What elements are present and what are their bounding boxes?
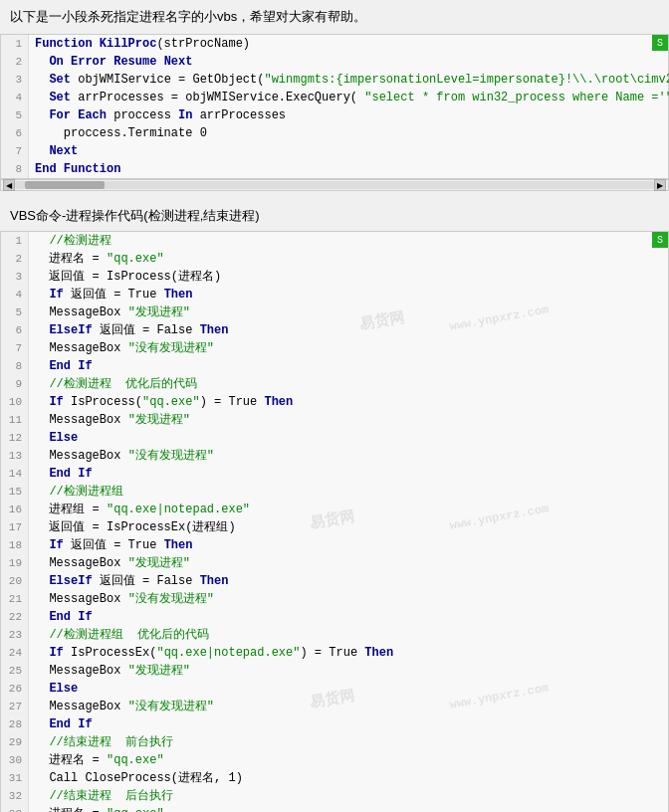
code-line: 19 MessageBox "发现进程" xyxy=(1,554,668,572)
code-block-2: S 易货网 www.ynpxrz.com 易货网 www.ynpxrz.com … xyxy=(0,231,669,812)
code-line: 24 If IsProcessEx("qq.exe|notepad.exe") … xyxy=(1,644,668,662)
code-section-2: S 易货网 www.ynpxrz.com 易货网 www.ynpxrz.com … xyxy=(0,231,669,812)
code-line: 6 proccess.Terminate 0 xyxy=(1,124,668,142)
code-line: 17 返回值 = IsProcessEx(进程组) xyxy=(1,518,668,536)
code-line: 26 Else xyxy=(1,680,668,698)
code-line: 32 //结束进程 后台执行 xyxy=(1,787,668,805)
code-line: 28 End If xyxy=(1,715,668,733)
code-line: 3 返回值 = IsProcess(进程名) xyxy=(1,268,668,286)
code-block-1: S 1 Function KillProc(strProcName) 2 On … xyxy=(0,34,669,179)
code-line: 2 进程名 = "qq.exe" xyxy=(1,250,668,268)
scrollbar-horizontal-1[interactable]: ◀ ▶ xyxy=(0,179,669,191)
code-line: 7 Next xyxy=(1,142,668,160)
green-indicator-2: S xyxy=(652,232,668,248)
code-line: 14 End If xyxy=(1,465,668,483)
code-line: 31 Call CloseProcess(进程名, 1) xyxy=(1,769,668,787)
code-line: 25 MessageBox "发现进程" xyxy=(1,662,668,680)
code-line: 1 Function KillProc(strProcName) xyxy=(1,35,668,53)
code-line: 29 //结束进程 前台执行 xyxy=(1,733,668,751)
code-line: 22 End If xyxy=(1,608,668,626)
code-line: 4 Set arrProcesses = objWMIService.ExecQ… xyxy=(1,89,668,106)
code-line: 18 If 返回值 = True Then xyxy=(1,536,668,554)
code-line: 4 If 返回值 = True Then xyxy=(1,286,668,304)
code-line: 23 //检测进程组 优化后的代码 xyxy=(1,626,668,644)
code-line: 10 If IsProcess("qq.exe") = True Then xyxy=(1,393,668,411)
code-line: 13 MessageBox "没有发现进程" xyxy=(1,447,668,465)
code-line: 11 MessageBox "发现进程" xyxy=(1,411,668,429)
scroll-right-1[interactable]: ▶ xyxy=(654,179,666,191)
code-line: 30 进程名 = "qq.exe" xyxy=(1,751,668,769)
green-indicator-1: S xyxy=(652,35,668,51)
code-line: 12 Else xyxy=(1,429,668,447)
code-section-1: S 1 Function KillProc(strProcName) 2 On … xyxy=(0,34,669,191)
code-line: 33 进程名 = "qq.exe" xyxy=(1,805,668,812)
code-line: 6 ElseIf 返回值 = False Then xyxy=(1,321,668,339)
code-line: 5 MessageBox "发现进程" xyxy=(1,304,668,321)
code-line: 5 For Each proccess In arrProcesses xyxy=(1,106,668,124)
code-line: 15 //检测进程组 xyxy=(1,483,668,501)
code-line: 27 MessageBox "没有发现进程" xyxy=(1,698,668,715)
section2-title: VBS命令-进程操作代码(检测进程,结束进程) xyxy=(0,201,669,231)
intro-text: 以下是一小段杀死指定进程名字的小vbs，希望对大家有帮助。 xyxy=(0,0,669,34)
code-line: 8 End Function xyxy=(1,160,668,178)
code-line: 1 //检测进程 xyxy=(1,232,668,250)
code-line: 16 进程组 = "qq.exe|notepad.exe" xyxy=(1,501,668,518)
code-line: 21 MessageBox "没有发现进程" xyxy=(1,590,668,608)
code-line: 7 MessageBox "没有发现进程" xyxy=(1,339,668,357)
code-line: 20 ElseIf 返回值 = False Then xyxy=(1,572,668,590)
scroll-left-1[interactable]: ◀ xyxy=(3,179,15,191)
code-line: 9 //检测进程 优化后的代码 xyxy=(1,375,668,393)
code-line: 8 End If xyxy=(1,357,668,375)
code-line: 3 Set objWMIService = GetObject("winmgmt… xyxy=(1,71,668,89)
code-line: 2 On Error Resume Next xyxy=(1,53,668,71)
